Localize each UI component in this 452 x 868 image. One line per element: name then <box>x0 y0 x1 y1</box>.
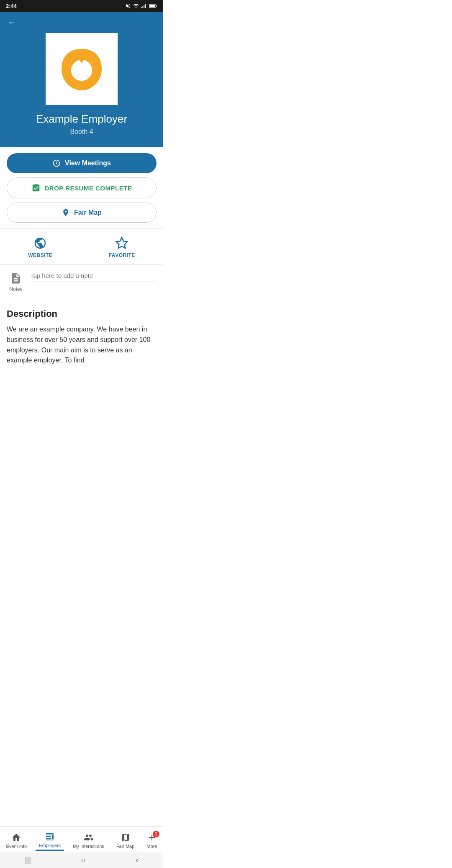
fair-map-label: Fair Map <box>74 209 102 216</box>
svg-point-7 <box>71 60 92 81</box>
favorite-action[interactable]: FAVORITE <box>109 236 135 258</box>
checkmark-clipboard-icon <box>31 183 41 193</box>
drop-resume-button[interactable]: DROP RESUME COMPLETE <box>7 177 157 198</box>
notes-icon <box>10 272 22 285</box>
notes-input[interactable] <box>30 272 157 282</box>
favorite-label: FAVORITE <box>109 252 135 258</box>
svg-rect-0 <box>141 7 142 8</box>
view-meetings-label: View Meetings <box>65 159 111 167</box>
svg-rect-5 <box>149 5 155 7</box>
clock-icon <box>52 159 61 167</box>
battery-icon <box>149 3 157 8</box>
svg-rect-1 <box>143 6 144 8</box>
status-time: 2:44 <box>6 3 17 9</box>
employer-booth: Booth 4 <box>70 128 93 136</box>
location-pin-icon <box>62 208 70 217</box>
website-action[interactable]: WEBSITE <box>28 236 52 258</box>
notes-icon-area: Notes <box>7 272 25 292</box>
description-section: Description We are an example company. W… <box>0 300 163 408</box>
description-title: Description <box>7 308 157 319</box>
wifi-icon <box>133 3 139 9</box>
notes-section: Notes <box>0 265 163 300</box>
signal-icon <box>141 3 147 9</box>
fair-map-button[interactable]: Fair Map <box>7 203 157 223</box>
view-meetings-button[interactable]: View Meetings <box>7 153 157 173</box>
description-text: We are an example company. We have been … <box>7 324 157 366</box>
website-label: WEBSITE <box>28 252 52 258</box>
star-icon <box>115 236 128 250</box>
svg-rect-6 <box>157 5 157 6</box>
mute-icon <box>125 3 131 9</box>
svg-rect-2 <box>144 5 144 8</box>
svg-rect-9 <box>81 58 82 63</box>
employer-logo <box>46 33 118 105</box>
employer-name: Example Employer <box>36 113 127 126</box>
globe-icon <box>33 236 47 250</box>
employer-logo-svg <box>56 44 107 94</box>
status-icons <box>125 3 157 9</box>
action-row: WEBSITE FAVORITE <box>0 229 163 265</box>
notes-label: Notes <box>9 286 22 292</box>
buttons-section: View Meetings DROP RESUME COMPLETE Fair … <box>0 147 163 229</box>
status-bar: 2:44 <box>0 0 163 12</box>
hero-section: ← Example Employer Booth 4 <box>0 12 163 147</box>
drop-resume-label: DROP RESUME COMPLETE <box>45 185 132 192</box>
back-button[interactable]: ← <box>0 12 23 33</box>
svg-rect-3 <box>145 4 146 8</box>
notes-input-area[interactable] <box>30 272 157 282</box>
